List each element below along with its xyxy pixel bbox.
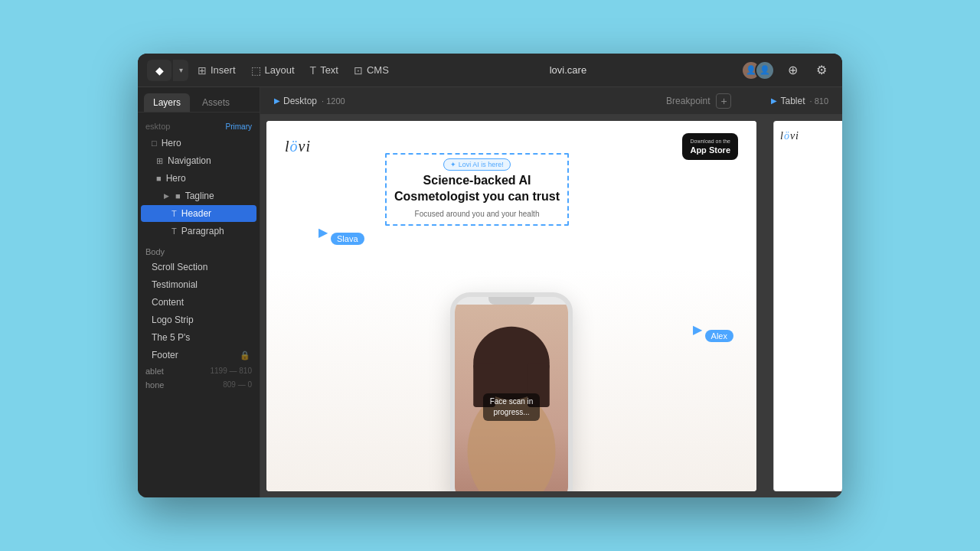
cms-icon: ⊡ (354, 64, 363, 77)
primary-badge: Primary (226, 122, 252, 131)
layer-group-desktop: esktop Primary (138, 119, 260, 134)
canvas-area: ▶ Desktop · 1200 Breakpoint + ▶ Tablet ·… (260, 87, 842, 497)
panel-tabs: Layers Assets (138, 87, 260, 112)
settings-button[interactable]: ⚙ (810, 59, 833, 82)
ai-badge: ✦ Lovi AI is here! (393, 161, 561, 168)
main-area: Layers Assets esktop Primary □ Hero (138, 87, 842, 497)
sidebar-item-hero-section[interactable]: □ Hero (141, 135, 256, 152)
body-section-header: Body (138, 243, 260, 258)
play-icon: ▶ (274, 96, 280, 105)
app-store-badge: Download on the App Store (682, 133, 738, 160)
face-scan-overlay: Face scan in progress... (483, 393, 540, 421)
sidebar-item-content[interactable]: Content (141, 294, 256, 311)
play-icon-tablet: ▶ (771, 96, 777, 105)
sidebar-item-5ps[interactable]: The 5 P's (141, 329, 256, 346)
cursor-label-slava: Slava (331, 233, 364, 245)
tablet-preview-content: lövi (774, 121, 842, 152)
text-icon-t: T (172, 209, 177, 218)
selected-text-box[interactable]: ✦ Lovi AI is here! Science-backed AI Cos… (385, 153, 569, 226)
globe-icon: ⊕ (788, 63, 798, 77)
canvas-viewport[interactable]: lövi Download on the App Store ✦ Lovi AI… (260, 115, 842, 497)
phone-notch (488, 297, 534, 305)
text-icon: T (310, 64, 317, 77)
phone-mockup: Face scan in progress... (450, 292, 573, 491)
settings-icon: ⚙ (816, 63, 827, 77)
text-icon-p: T (172, 227, 177, 236)
lock-icon: 🔒 (240, 350, 250, 360)
tablet-preview: lövi (773, 121, 842, 491)
layer-list: esktop Primary □ Hero ⊞ Navigation ■ Her… (138, 112, 260, 497)
cms-button[interactable]: ⊡ CMS (348, 61, 395, 80)
layout-icon: ⬚ (251, 64, 261, 77)
insert-icon: ⊞ (198, 64, 207, 77)
left-panel: Layers Assets esktop Primary □ Hero (138, 87, 260, 497)
breakpoint-tablet[interactable]: ablet 1199 — 810 (138, 364, 260, 378)
headline-text: Science-backed AI Cosmetologist you can … (393, 173, 561, 205)
tab-layers[interactable]: Layers (144, 93, 190, 112)
logo-icon: ◆ (155, 64, 164, 77)
add-breakpoint-button[interactable]: + (716, 93, 731, 109)
chevron-down-icon: ▾ (179, 66, 183, 74)
avatar-group: 👤 👤 (741, 60, 775, 80)
sidebar-item-tagline[interactable]: ▶ ■ Tagline (141, 187, 256, 204)
sidebar-item-logo-strip[interactable]: Logo Strip (141, 311, 256, 328)
insert-button[interactable]: ⊞ Insert (191, 61, 242, 80)
preview-content: lövi Download on the App Store ✦ Lovi AI… (266, 121, 756, 491)
app-window: ◆ ▾ ⊞ Insert ⬚ Layout T Text ⊡ CMS lovi.… (138, 54, 842, 497)
layer-icon: □ (152, 139, 157, 148)
app-logo-button[interactable]: ◆ (147, 60, 172, 81)
tablet-lovi-logo: lövi (780, 130, 842, 142)
sidebar-item-testimonial[interactable]: Testimonial (141, 276, 256, 293)
text-button[interactable]: T Text (304, 61, 345, 80)
tab-assets[interactable]: Assets (193, 93, 239, 112)
box-icon: ■ (156, 174, 162, 183)
cursor-slava: ▶ Slava (318, 227, 364, 245)
top-bar-right: 👤 👤 ⊕ ⚙ (741, 59, 833, 82)
box-icon-2: ■ (175, 191, 181, 201)
sidebar-item-header[interactable]: T Header (141, 205, 256, 222)
play-button-tablet[interactable]: ▶ Tablet · 810 (766, 93, 833, 109)
sidebar-item-hero-inner[interactable]: ■ Hero (141, 170, 256, 187)
lovi-logo: lövi (285, 138, 311, 155)
cursor-arrow-slava: ▶ (318, 227, 328, 239)
sidebar-item-footer[interactable]: Footer 🔒 (141, 347, 256, 364)
cursor-arrow-alex: ▶ (693, 324, 702, 336)
grid-icon: ⊞ (156, 156, 163, 166)
sidebar-item-scroll-section[interactable]: Scroll Section (141, 259, 256, 276)
phone-screen: Face scan in progress... (455, 305, 568, 491)
layout-button[interactable]: ⬚ Layout (245, 61, 301, 80)
plus-icon: + (720, 95, 727, 107)
subtext: Focused around you and your health (393, 210, 561, 218)
breakpoint-label: Breakpoint (666, 96, 710, 106)
desktop-preview: lövi Download on the App Store ✦ Lovi AI… (266, 121, 756, 491)
play-button-desktop[interactable]: ▶ Desktop · 1200 (270, 93, 350, 109)
top-bar: ◆ ▾ ⊞ Insert ⬚ Layout T Text ⊡ CMS lovi.… (138, 54, 842, 87)
site-title: lovi.care (398, 64, 738, 76)
cursor-alex: ▶ Alex (693, 324, 733, 342)
globe-button[interactable]: ⊕ (781, 59, 804, 82)
face-scan-text: Face scan in progress... (483, 393, 540, 421)
sidebar-item-paragraph[interactable]: T Paragraph (141, 223, 256, 240)
expand-arrow-icon: ▶ (164, 192, 169, 200)
canvas-toolbar: ▶ Desktop · 1200 Breakpoint + ▶ Tablet ·… (260, 87, 842, 115)
sidebar-item-navigation[interactable]: ⊞ Navigation (141, 152, 256, 169)
breakpoint-phone[interactable]: hone 809 — 0 (138, 378, 260, 392)
avatar-2: 👤 (755, 60, 775, 80)
logo-dropdown[interactable]: ▾ (173, 60, 188, 81)
cursor-label-alex: Alex (705, 330, 733, 342)
